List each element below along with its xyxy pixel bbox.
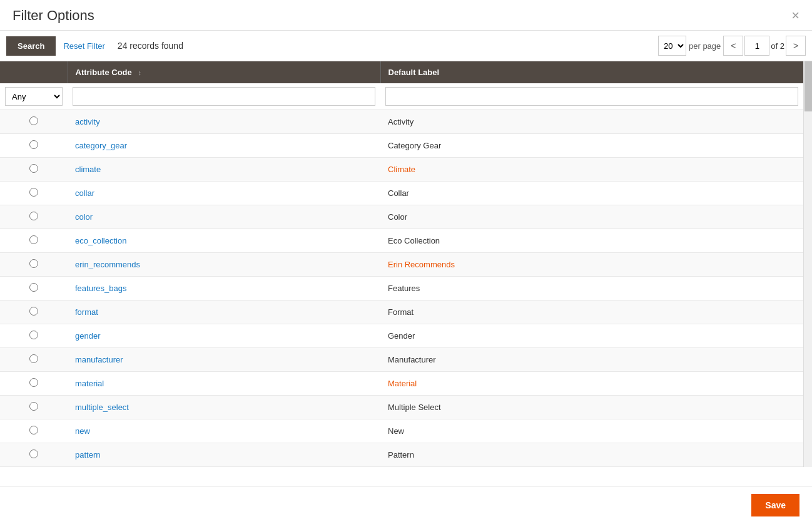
next-page-button[interactable]: > — [786, 36, 806, 56]
radio-cell — [0, 419, 68, 443]
scrollbar-thumb[interactable] — [804, 61, 812, 111]
default-label-cell: Activity — [380, 110, 803, 134]
radio-cell — [0, 372, 68, 396]
row-radio-input[interactable] — [29, 354, 38, 363]
col-header-attribute-code[interactable]: Attribute Code ↕ — [68, 61, 380, 83]
per-page-dropdown[interactable]: 20 30 50 — [658, 36, 686, 56]
attr-code-cell: collar — [68, 182, 380, 205]
per-page-selector: 20 30 50 per page — [658, 36, 721, 56]
col-header-default-label: Default Label — [380, 61, 803, 83]
table-row: manufacturerManufacturer — [0, 348, 803, 372]
default-label-cell: Features — [380, 277, 803, 301]
filter-attr-code-cell — [68, 83, 380, 110]
records-count: 24 records found — [118, 41, 183, 51]
table-row: newNew — [0, 419, 803, 443]
table-row: multiple_selectMultiple Select — [0, 396, 803, 419]
radio-cell — [0, 348, 68, 372]
row-radio-input[interactable] — [29, 164, 38, 173]
pagination-area: 20 30 50 per page < of 2 > — [658, 36, 806, 56]
filter-options-modal: Filter Options × Search Reset Filter 24 … — [0, 0, 812, 524]
filter-any-select[interactable]: Any — [5, 87, 63, 106]
footer-bar: Save — [0, 486, 812, 524]
row-radio-input[interactable] — [29, 188, 38, 197]
per-page-label: per page — [689, 41, 721, 51]
table-header-row: Attribute Code ↕ Default Label — [0, 61, 803, 83]
table-row: colorColor — [0, 205, 803, 229]
page-number-input[interactable] — [744, 36, 769, 56]
row-radio-input[interactable] — [29, 283, 38, 292]
radio-cell — [0, 253, 68, 277]
default-label-cell: Category Gear — [380, 134, 803, 158]
toolbar: Search Reset Filter 24 records found 20 … — [0, 30, 812, 61]
radio-cell — [0, 277, 68, 301]
row-radio-input[interactable] — [29, 378, 38, 387]
attr-code-cell: climate — [68, 158, 380, 182]
sort-icon[interactable]: ↕ — [138, 69, 141, 76]
filter-radio-cell: Any — [0, 83, 68, 110]
col-header-radio — [0, 61, 68, 83]
row-radio-input[interactable] — [29, 212, 38, 220]
default-label-cell: Erin Recommends — [380, 253, 803, 277]
row-radio-input[interactable] — [29, 259, 38, 268]
vertical-scrollbar[interactable] — [803, 61, 812, 467]
default-label-cell: Collar — [380, 182, 803, 205]
row-radio-input[interactable] — [29, 450, 38, 458]
default-label-cell: Pattern — [380, 443, 803, 467]
default-label-cell: Eco Collection — [380, 229, 803, 253]
table-row: climateClimate — [0, 158, 803, 182]
attr-code-cell: category_gear — [68, 134, 380, 158]
filter-label-input[interactable] — [385, 87, 798, 106]
attr-code-cell: gender — [68, 324, 380, 348]
radio-cell — [0, 182, 68, 205]
table-row: formatFormat — [0, 301, 803, 324]
filter-attr-code-input[interactable] — [73, 87, 375, 106]
table-row: eco_collectionEco Collection — [0, 229, 803, 253]
row-radio-input[interactable] — [29, 307, 38, 316]
row-radio-input[interactable] — [29, 235, 38, 244]
row-radio-input[interactable] — [29, 116, 38, 125]
attr-code-cell: material — [68, 372, 380, 396]
default-label-cell: Color — [380, 205, 803, 229]
table-row: erin_recommendsErin Recommends — [0, 253, 803, 277]
default-label-cell: Format — [380, 301, 803, 324]
attr-code-cell: multiple_select — [68, 396, 380, 419]
radio-cell — [0, 134, 68, 158]
attr-code-cell: eco_collection — [68, 229, 380, 253]
table-row: activityActivity — [0, 110, 803, 134]
attr-code-cell: pattern — [68, 443, 380, 467]
prev-page-button[interactable]: < — [723, 36, 743, 56]
table-row: collarCollar — [0, 182, 803, 205]
save-button[interactable]: Save — [751, 494, 799, 516]
default-label-cell: Multiple Select — [380, 396, 803, 419]
default-label-cell: Gender — [380, 324, 803, 348]
row-radio-input[interactable] — [29, 402, 38, 411]
attr-code-cell: activity — [68, 110, 380, 134]
attr-code-cell: format — [68, 301, 380, 324]
search-button[interactable]: Search — [6, 36, 56, 56]
default-label-cell: Manufacturer — [380, 348, 803, 372]
radio-cell — [0, 396, 68, 419]
row-radio-input[interactable] — [29, 140, 38, 149]
attr-code-cell: color — [68, 205, 380, 229]
modal-title-bar: Filter Options × — [0, 0, 812, 30]
table-area: Attribute Code ↕ Default Label Any — [0, 61, 803, 467]
table-row: features_bagsFeatures — [0, 277, 803, 301]
row-radio-input[interactable] — [29, 426, 38, 434]
attr-code-cell: new — [68, 419, 380, 443]
attribute-table: Attribute Code ↕ Default Label Any — [0, 61, 803, 467]
table-row: materialMaterial — [0, 372, 803, 396]
attr-code-cell: features_bags — [68, 277, 380, 301]
radio-cell — [0, 324, 68, 348]
radio-cell — [0, 443, 68, 467]
attr-code-cell: erin_recommends — [68, 253, 380, 277]
radio-cell — [0, 158, 68, 182]
close-button[interactable]: × — [791, 9, 799, 23]
table-row: category_gearCategory Gear — [0, 134, 803, 158]
radio-cell — [0, 229, 68, 253]
reset-filter-link[interactable]: Reset Filter — [63, 41, 104, 51]
default-label-cell: New — [380, 419, 803, 443]
table-row: patternPattern — [0, 443, 803, 467]
default-label-cell: Material — [380, 372, 803, 396]
filter-row: Any — [0, 83, 803, 110]
row-radio-input[interactable] — [29, 331, 38, 339]
